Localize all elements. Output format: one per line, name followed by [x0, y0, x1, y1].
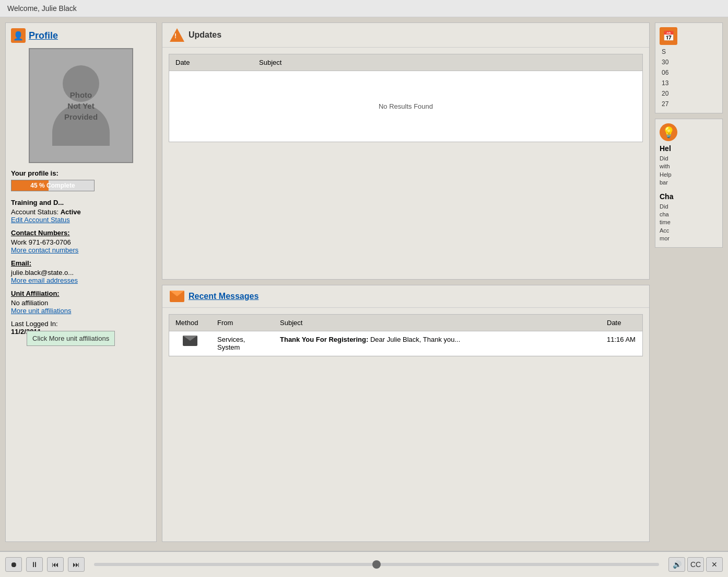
help-widget: 💡 Hel Did with Help bar Cha Did cha time…	[655, 119, 723, 248]
calendar-rows: S 30 06 13 20 27	[660, 47, 718, 109]
edit-account-link[interactable]: Edit Account Status	[11, 216, 70, 224]
updates-date-col: Date	[169, 54, 253, 71]
updates-empty-area	[162, 148, 649, 243]
center-area: Updates Date Subject No Results Found	[162, 22, 650, 542]
calendar-row-20: 20	[660, 89, 718, 98]
help-icon: 💡	[660, 123, 677, 141]
record-button[interactable]: ⏺	[5, 557, 22, 572]
next-button[interactable]: ⏭	[68, 557, 85, 572]
change-title: Cha	[660, 192, 718, 201]
calendar-row-s: S	[660, 47, 718, 56]
email-address: julie.black@state.o...	[11, 269, 151, 276]
messages-subject-col: Subject	[274, 315, 601, 331]
photo-not-provided-text: Photo Not Yet Provided	[64, 89, 98, 122]
pause-button[interactable]: ⏸	[26, 557, 43, 572]
message-from-cell: Services, System	[211, 331, 274, 356]
help-text: Did with Help bar	[660, 155, 718, 187]
contact-numbers-label: Contact Numbers:	[11, 229, 151, 237]
bottom-bar: ⏺ ⏸ ⏮ ⏭ 🔊 CC ✕	[0, 551, 728, 577]
message-method-cell	[169, 331, 211, 356]
help-title: Hel	[660, 144, 718, 153]
unit-section: Unit Affiliation: No affiliation More un…	[11, 290, 151, 315]
unit-value: No affiliation	[11, 299, 151, 307]
messages-link[interactable]: Recent Messages	[189, 292, 259, 301]
calendar-row-13: 13	[660, 78, 718, 88]
more-email-link[interactable]: More email addresses	[11, 276, 78, 284]
messages-panel: Recent Messages Method From Subject Date	[162, 285, 650, 542]
calendar-icon: 📅	[660, 27, 677, 45]
updates-subject-col: Subject	[253, 54, 642, 71]
training-section: Training and D... Account Status: Active…	[11, 199, 151, 224]
bottom-right-btns: 🔊 CC ✕	[668, 557, 723, 572]
updates-title: Updates	[189, 30, 221, 40]
messages-title-bar: Recent Messages	[162, 285, 649, 308]
email-label: Email:	[11, 259, 151, 267]
tooltip-popup: Click More unit affiliations	[27, 331, 115, 346]
calendar-row-06: 06	[660, 68, 718, 77]
message-row[interactable]: Services, System Thank You For Registeri…	[169, 331, 642, 356]
no-results-text: No Results Found	[169, 71, 642, 142]
progress-thumb[interactable]	[372, 560, 381, 569]
more-contact-link[interactable]: More contact numbers	[11, 246, 78, 254]
messages-table-container: Method From Subject Date	[169, 314, 643, 356]
title-bar: Welcome, Julie Black	[0, 0, 728, 17]
account-status-value: Active	[61, 208, 81, 216]
progress-label: 45 % Complete	[11, 180, 94, 191]
updates-panel: Updates Date Subject No Results Found	[162, 22, 650, 280]
profile-header: 👤 Profile	[11, 28, 151, 43]
photo-placeholder: Photo Not Yet Provided	[29, 48, 133, 163]
messages-date-col: Date	[601, 315, 642, 331]
calendar-widget: 📅 S 30 06 13 20 27	[655, 22, 723, 113]
profile-icon: 👤	[11, 28, 26, 43]
updates-table-container: Date Subject No Results Found	[169, 54, 643, 142]
messages-from-col: From	[211, 315, 274, 331]
messages-table: Method From Subject Date	[169, 315, 642, 356]
change-text: Did cha time Acc mor	[660, 203, 718, 243]
main-area: 👤 Profile Photo Not Yet Provided Your pr…	[0, 17, 728, 547]
last-login-label: Last Logged In:	[11, 320, 151, 328]
updates-warning-icon	[170, 28, 184, 42]
progress-track[interactable]	[94, 563, 659, 566]
envelope-icon	[170, 291, 184, 302]
calendar-row-27: 27	[660, 99, 718, 109]
left-panel: 👤 Profile Photo Not Yet Provided Your pr…	[5, 22, 157, 542]
right-panel: 📅 S 30 06 13 20 27 💡 Hel Did with Help b…	[655, 22, 723, 542]
progress-bar: 45 % Complete	[11, 180, 95, 191]
close-button[interactable]: ✕	[706, 557, 723, 572]
messages-method-col: Method	[169, 315, 211, 331]
calendar-row-30: 30	[660, 57, 718, 67]
prev-button[interactable]: ⏮	[47, 557, 64, 572]
training-label: Training and D...	[11, 199, 151, 206]
profile-link[interactable]: Profile	[29, 30, 58, 41]
cc-button[interactable]: CC	[687, 557, 704, 572]
warning-triangle	[170, 28, 184, 42]
volume-button[interactable]: 🔊	[668, 557, 685, 572]
work-phone: Work 971-673-0706	[11, 238, 151, 246]
email-section: Email: julie.black@state.o... More email…	[11, 259, 151, 284]
message-date-cell: 11:16 AM	[601, 331, 642, 356]
profile-complete-label: Your profile is:	[11, 169, 151, 177]
unit-label: Unit Affiliation:	[11, 290, 151, 297]
account-status-line: Account Status: Active	[11, 208, 151, 216]
more-units-link[interactable]: More unit affiliations	[11, 307, 71, 315]
last-login-section: Last Logged In: 11/2/2011 Click More uni…	[11, 320, 151, 336]
updates-title-bar: Updates	[162, 23, 649, 48]
updates-table: Date Subject No Results Found	[169, 54, 642, 142]
message-subject-cell: Thank You For Registering: Dear Julie Bl…	[274, 331, 601, 356]
welcome-text: Welcome, Julie Black	[7, 4, 77, 13]
message-method-icon	[183, 336, 197, 346]
contact-section: Contact Numbers: Work 971-673-0706 More …	[11, 229, 151, 254]
